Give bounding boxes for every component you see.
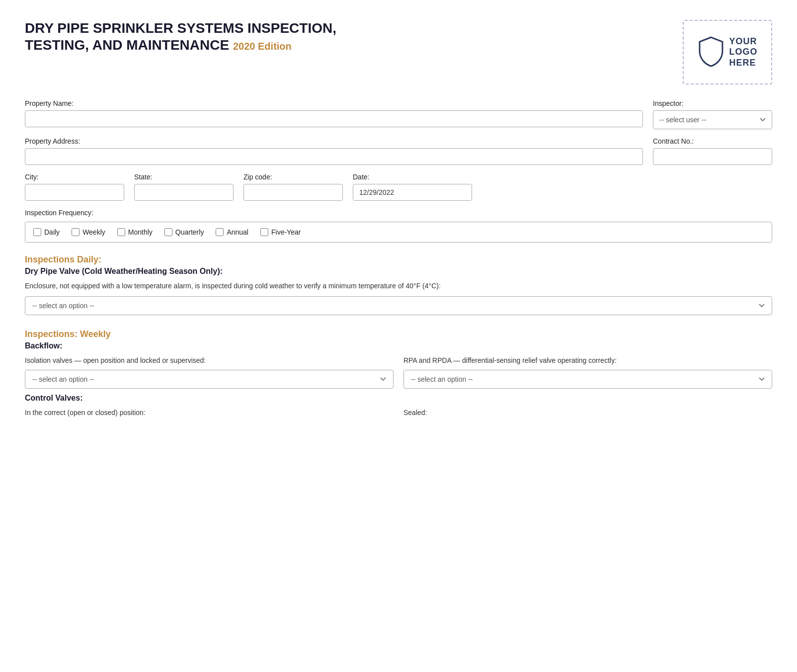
freq-label-daily: Daily [44,228,60,236]
date-input[interactable] [353,184,472,201]
isolation-valves-col: Isolation valves — open position and loc… [25,355,394,389]
inspections-weekly-section: Inspections: Weekly Backflow: Isolation … [25,329,772,418]
control-correct-col: In the correct (open or closed) position… [25,408,394,418]
state-field: State: [134,173,234,201]
freq-label-quarterly: Quarterly [175,228,204,236]
control-valves-subheading: Control Valves: [25,394,772,403]
freq-label-annual: Annual [227,228,248,236]
frequency-options: Daily Weekly Monthly Quarterly Annual Fi… [25,222,772,243]
state-label: State: [134,173,234,181]
date-field: Date: [353,173,472,201]
property-name-field: Property Name: [25,99,643,127]
property-address-input[interactable] [25,148,643,165]
edition-text: 2020 Edition [233,41,292,52]
city-input[interactable] [25,184,124,201]
header-row: DRY PIPE SPRINKLER SYSTEMS INSPECTION, T… [25,20,772,84]
control-correct-description: In the correct (open or closed) position… [25,408,394,418]
logo-text: YOURLOGOHERE [729,36,758,69]
form-row-2: Property Address: Contract No.: [25,137,772,165]
sealed-description: Sealed: [403,408,772,418]
freq-option-daily[interactable]: Daily [33,228,60,236]
page-title: DRY PIPE SPRINKLER SYSTEMS INSPECTION, T… [25,20,373,53]
state-input[interactable] [134,184,234,201]
property-name-label: Property Name: [25,99,643,107]
contract-no-field: Contract No.: [653,137,772,165]
freq-checkbox-monthly[interactable] [117,228,125,236]
control-valves-row: In the correct (open or closed) position… [25,408,772,418]
backflow-subheading: Backflow: [25,341,772,350]
inspection-frequency-label: Inspection Frequency: [25,209,772,217]
inspection-frequency-section: Inspection Frequency: Daily Weekly Month… [25,209,772,243]
isolation-valves-select[interactable]: -- select an option -- Satisfactory Unsa… [25,370,394,389]
form-row-1: Property Name: Inspector: -- select user… [25,99,772,129]
zip-field: Zip code: [243,173,343,201]
freq-label-monthly: Monthly [128,228,153,236]
zip-input[interactable] [243,184,343,201]
freq-checkbox-weekly[interactable] [72,228,80,236]
logo-placeholder: YOURLOGOHERE [683,20,772,84]
freq-option-annual[interactable]: Annual [216,228,248,236]
inspections-daily-heading: Inspections Daily: [25,254,772,265]
form-row-3: City: State: Zip code: Date: [25,173,772,201]
freq-option-fiveyear[interactable]: Five-Year [260,228,301,236]
rpa-col: RPA and RPDA — differential-sensing reli… [403,355,772,389]
sealed-col: Sealed: [403,408,772,418]
freq-checkbox-quarterly[interactable] [164,228,172,236]
property-address-field: Property Address: [25,137,643,165]
freq-option-quarterly[interactable]: Quarterly [164,228,204,236]
date-label: Date: [353,173,472,181]
dry-pipe-valve-description: Enclosure, not equipped with a low tempe… [25,281,772,291]
freq-checkbox-annual[interactable] [216,228,224,236]
property-name-input[interactable] [25,110,643,127]
inspections-weekly-heading: Inspections: Weekly [25,329,772,339]
freq-checkbox-daily[interactable] [33,228,41,236]
contract-no-input[interactable] [653,148,772,165]
freq-label-fiveyear: Five-Year [271,228,301,236]
zip-label: Zip code: [243,173,343,181]
title-block: DRY PIPE SPRINKLER SYSTEMS INSPECTION, T… [25,20,373,53]
isolation-valves-description: Isolation valves — open position and loc… [25,355,394,366]
freq-option-weekly[interactable]: Weekly [72,228,105,236]
freq-label-weekly: Weekly [82,228,105,236]
city-field: City: [25,173,124,201]
rpa-description: RPA and RPDA — differential-sensing reli… [403,355,772,366]
backflow-dropdowns: Isolation valves — open position and loc… [25,355,772,389]
shield-icon [698,36,724,69]
rpa-select[interactable]: -- select an option -- Satisfactory Unsa… [403,370,772,389]
freq-option-monthly[interactable]: Monthly [117,228,153,236]
freq-checkbox-fiveyear[interactable] [260,228,268,236]
inspections-daily-section: Inspections Daily: Dry Pipe Valve (Cold … [25,254,772,315]
inspector-label: Inspector: [653,99,772,107]
inspector-select[interactable]: -- select user -- [653,110,772,129]
dry-pipe-valve-subheading: Dry Pipe Valve (Cold Weather/Heating Sea… [25,267,772,276]
city-label: City: [25,173,124,181]
inspector-field: Inspector: -- select user -- [653,99,772,129]
property-address-label: Property Address: [25,137,643,145]
daily-enclosure-select[interactable]: -- select an option -- Satisfactory Unsa… [25,296,772,315]
contract-no-label: Contract No.: [653,137,772,145]
